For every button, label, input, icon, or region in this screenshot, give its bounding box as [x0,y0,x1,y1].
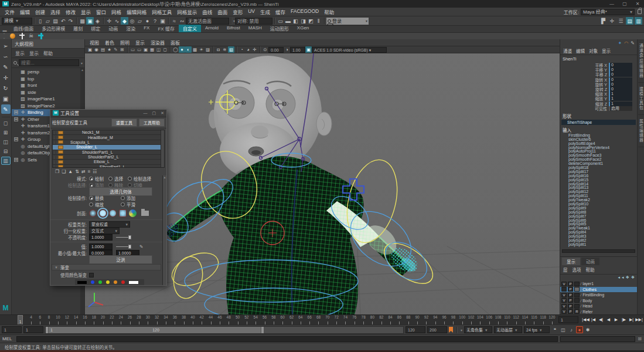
move-influence-icon[interactable]: ⇅ [75,169,79,174]
shelf-tab[interactable]: 渲染 [122,25,139,32]
humanik-icon[interactable]: ✛ [608,17,616,25]
frame-tick[interactable]: 44 [206,315,215,325]
camera-attributes-icon[interactable]: ▤ [100,46,106,53]
sidebar-tab[interactable]: 属性编辑器 [638,115,644,147]
influence-row-ShoulderPart2_L[interactable]: ⋮⋮ShoulderPart2_L [53,155,164,160]
radio-添加[interactable] [121,196,125,200]
frame-tick[interactable]: 52 [242,315,251,325]
minimize-button[interactable]: — [605,1,618,6]
anim-layer-dropdown[interactable]: 无动画层▾ [494,326,522,333]
play-backwards-button[interactable]: ◀ [605,316,612,324]
go-to-end-button[interactable]: ▶▶| [635,316,643,324]
expand-icon[interactable]: ⊞ [14,158,18,162]
visibility-toggle[interactable]: V [561,309,567,314]
frame-tick[interactable]: 96 [439,315,448,325]
shelf-item-white-cross[interactable] [18,33,26,39]
radio-绘制选择[interactable] [128,177,132,181]
frame-tick[interactable]: 8 [45,315,53,325]
playback-start-field[interactable] [23,326,43,333]
show-influence-icon[interactable]: ⇄ [81,169,86,174]
frame-tick[interactable]: 104 [476,315,485,325]
exposure-field[interactable]: 0.00 [268,47,284,53]
frame-tick[interactable]: 36 [171,315,179,325]
brush-square-icon[interactable] [119,209,127,217]
frame-tick[interactable]: 18 [90,315,98,325]
smooth-shade-icon[interactable]: ● [179,46,185,53]
tool-help-button[interactable]: 工具帮助 [139,119,165,127]
channel-value[interactable]: 0 [609,87,632,92]
playback-toggle[interactable]: P [568,282,573,286]
pause-viewport-icon[interactable]: ‖ [315,17,322,25]
add-empty-layer-icon[interactable]: ❖ [625,275,629,280]
visibility-toggle[interactable]: V [561,304,567,309]
menu-item[interactable]: FACEGOOD [288,8,321,15]
comment-icon[interactable]: ❝ [551,326,558,333]
close-button[interactable]: ✕ [161,111,164,116]
layer-row-Refer[interactable]: VPR∕Refer [560,309,637,315]
sort-hierarchy-icon[interactable]: ☷ [93,169,97,174]
outliner-item-imagePlane1[interactable]: ▨imagePlane1 [12,96,84,103]
select-object-icon[interactable]: ▣ [86,17,94,25]
speed-icon[interactable]: ◠ [624,40,628,46]
filter-dropdown-icon[interactable]: ▾ [81,61,83,65]
flood-button[interactable]: 泛洪 [89,255,152,264]
outliner-item-front[interactable]: ▦front [12,82,84,89]
frame-tick[interactable]: 50 [233,315,242,325]
opacity-field[interactable]: 1.0000 [89,234,113,241]
safe-action-icon[interactable]: ◫ [155,46,162,53]
value-field[interactable]: 1.0000 [89,243,113,250]
frame-tick[interactable]: 48 [224,315,233,325]
shelf-item-teal-cross[interactable] [36,33,45,39]
time-slider[interactable]: 2468101214161820222426283032343638404244… [0,314,644,324]
select-camera-icon[interactable]: ▣ [87,46,93,53]
snap-center-icon[interactable]: ◎ [128,17,136,25]
ramp-color[interactable] [98,280,102,284]
shelf-tab[interactable]: 雕刻 [69,25,87,32]
make-live-icon[interactable]: ● [144,17,151,25]
frame-tick[interactable]: 12 [63,315,71,325]
command-line-language-toggle[interactable]: MEL [2,336,14,341]
sort-alpha-icon[interactable]: ≡ [88,169,91,174]
layer-row-Head[interactable]: VP∕Head [560,303,637,309]
frame-tick[interactable]: 80 [368,315,377,325]
frame-tick[interactable]: 30 [144,315,152,325]
radio-缩放[interactable] [89,202,93,207]
frame-tick[interactable]: 74 [341,315,350,325]
script-editor-icon[interactable]: ⊞ [638,336,642,341]
pencil-icon[interactable]: ✎ [139,244,143,249]
frame-tick[interactable]: 6 [36,315,45,325]
radio-平滑[interactable] [121,202,125,207]
go-to-start-button[interactable]: |◀◀ [582,316,590,324]
menu-item[interactable]: 选择 [48,8,63,15]
frame-tick[interactable]: 66 [305,315,314,325]
channel-box-menu-item[interactable]: 编辑 [576,48,585,54]
ramp-color[interactable] [106,280,110,284]
snap-curve-icon[interactable]: ∿ [113,17,121,25]
layout-single-pane[interactable]: ◻ [1,119,11,127]
layer-color-swatch[interactable] [574,293,580,297]
viewport-menu-item[interactable]: 视图 [90,39,99,46]
menu-item[interactable]: 编辑网格 [124,8,149,15]
menu-item[interactable]: 缓存 [273,8,288,15]
playback-range-bar[interactable]: 1 120 [46,327,264,333]
frame-tick[interactable]: 40 [188,315,197,325]
grid-icon[interactable]: ⊞ [119,46,125,53]
tool-settings-window[interactable]: M 工具设置 — ▢ ✕ 绘制蒙皮权重工具 重置工具 工具帮助 ⋮⋮Neck1_… [50,109,167,286]
multisample-aa-icon[interactable]: ▧ [228,46,234,53]
menu-item[interactable]: 网格 [109,8,124,15]
shelf-collapse-icon[interactable]: ▬ [0,28,9,32]
frame-tick[interactable]: 60 [278,315,287,325]
channel-value[interactable]: 启用 [609,106,632,111]
menu-item[interactable]: 变形 [230,8,245,15]
gamma-field[interactable]: 1.00 [290,47,305,53]
channel-box-menu-item[interactable]: 显示 [602,48,611,54]
input-node[interactable]: polySplit1 [560,243,637,247]
brush-solid-icon[interactable] [109,209,117,217]
gradient-section-header[interactable]: ▼ 渐变 [52,264,161,270]
menu-item[interactable]: 网格显示 [175,8,199,15]
layer-menu-item[interactable]: 层 [563,266,568,273]
active-surface-field[interactable]: 无激活曲面 [186,18,229,25]
rotate-tool[interactable]: ↻ [1,83,11,93]
brush-medium-icon[interactable] [99,209,107,217]
select-tool[interactable]: ➢ [1,41,11,50]
